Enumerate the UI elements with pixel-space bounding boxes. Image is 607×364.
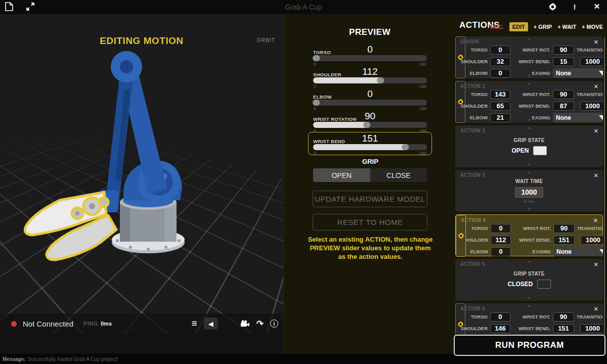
preview-sliders: TORSO 0 0 180 SHOULDER 112 0 180 ELBOW 0…	[309, 43, 431, 155]
move-down-icon[interactable]	[527, 75, 531, 77]
edit-mode-button[interactable]: EDIT	[509, 22, 528, 31]
close-icon[interactable]: ✕	[593, 127, 599, 135]
easing-dropdown[interactable]: None	[553, 113, 603, 122]
add-grip-button[interactable]: + GRIP	[534, 24, 552, 30]
torso-value[interactable]: 0	[490, 312, 510, 322]
elbow-value[interactable]: 0	[491, 247, 511, 256]
close-icon[interactable]: ✕	[593, 82, 599, 91]
slider-track[interactable]	[313, 77, 427, 83]
shoulder-value[interactable]: 32	[490, 57, 510, 66]
slider-min-label: 0	[314, 151, 316, 156]
app-window: Grab A Cup ! ✕	[0, 0, 607, 364]
elbow-value[interactable]: 0	[490, 69, 510, 78]
close-icon[interactable]: ✕	[593, 260, 599, 269]
move-up-icon[interactable]	[527, 127, 531, 129]
wait-time-value[interactable]: 1000	[515, 187, 543, 198]
shoulder-value[interactable]: 146	[490, 324, 510, 333]
wrist-rot-value[interactable]: 90	[553, 46, 574, 55]
transition-time-value[interactable]: 1000	[580, 57, 603, 66]
move-up-icon[interactable]	[527, 171, 531, 173]
close-icon[interactable]: ✕	[592, 216, 599, 225]
torso-value[interactable]: 0	[490, 46, 510, 55]
ping-value: 0ms	[101, 321, 112, 327]
easing-label: EASING	[513, 249, 551, 254]
move-up-icon[interactable]	[527, 38, 531, 40]
action-card-move[interactable]: ACTION 1 ✕ TORSO 143 WRIST ROT. 90 TRANS…	[455, 81, 603, 123]
move-up-icon[interactable]	[527, 260, 531, 262]
action-card-grip[interactable]: ACTION 5 ✕ GRIP STATE CLOSED	[455, 259, 603, 301]
add-move-button[interactable]: + MOVE	[582, 24, 603, 30]
transition-time-value[interactable]: 1000	[581, 236, 603, 245]
move-down-icon[interactable]	[527, 208, 531, 210]
viewport-3d[interactable]: EDITING MOTION ORBIT Not Connected PING …	[0, 14, 283, 334]
shoulder-value[interactable]: 112	[491, 236, 511, 245]
actions-scrollbar[interactable]	[604, 37, 605, 346]
wrist-rot-value[interactable]: 90	[553, 224, 575, 233]
close-icon[interactable]: ✕	[593, 38, 599, 47]
grip-open-button[interactable]: OPEN	[313, 168, 370, 182]
move-up-icon[interactable]	[527, 82, 531, 84]
action-card-wait[interactable]: ACTION 3 ✕ WAIT TIME 1000 In ms.	[455, 170, 603, 212]
easing-dropdown[interactable]: None	[553, 68, 603, 78]
wrist-rot-label: WRIST ROT.	[513, 314, 550, 320]
grip-close-button[interactable]: CLOSE	[370, 168, 427, 182]
record-button[interactable]: REC.	[490, 24, 503, 30]
alert-icon[interactable]: !	[570, 2, 580, 12]
menu-icon[interactable]: ≡	[192, 318, 197, 329]
grip-state-label: GRIP STATE	[513, 138, 544, 143]
action-card-grip[interactable]: ACTION 2 ✕ GRIP STATE OPEN	[455, 125, 603, 167]
redo-icon[interactable]: ↷	[256, 318, 264, 329]
wrist-rot-value[interactable]: 90	[553, 312, 574, 322]
shoulder-value[interactable]: 65	[490, 102, 510, 111]
actions-list: ORIGIN ✕ TORSO 0 WRIST ROT. 90 TRANSITIO…	[455, 36, 603, 364]
slider-thumb[interactable]	[313, 144, 409, 150]
rewind-icon[interactable]: ◀	[204, 317, 218, 330]
torso-value[interactable]: 143	[490, 90, 510, 99]
transition-time-value[interactable]: 1000	[580, 324, 603, 333]
slider-thumb[interactable]	[313, 77, 384, 83]
info-icon[interactable]: i	[270, 320, 278, 328]
slider-track[interactable]	[313, 122, 427, 128]
wrist-bend-value[interactable]: 151	[553, 324, 574, 333]
wrist-rot-value[interactable]: 90	[553, 90, 574, 99]
chevron-down-icon	[599, 71, 603, 76]
slider-thumb[interactable]	[313, 122, 370, 128]
move-down-icon[interactable]	[527, 164, 531, 166]
wrist-bend-value[interactable]: 151	[553, 236, 575, 245]
elbow-value[interactable]: 21	[490, 113, 510, 122]
close-app-icon[interactable]: ✕	[592, 2, 602, 12]
grip-state-checkbox[interactable]	[537, 280, 551, 289]
move-down-icon[interactable]	[527, 297, 531, 299]
easing-dropdown[interactable]: None	[553, 247, 603, 256]
wrist-bend-value[interactable]: 15	[553, 57, 574, 66]
camera-icon[interactable]	[240, 320, 250, 327]
close-icon[interactable]: ✕	[593, 171, 599, 180]
update-hardware-button[interactable]: UPDATE HARDWARE MODEL	[313, 191, 427, 207]
move-down-icon[interactable]	[527, 119, 531, 121]
move-up-icon[interactable]	[527, 305, 531, 307]
move-down-icon[interactable]	[527, 252, 531, 254]
preview-title: PREVIEW	[284, 27, 455, 37]
action-card-move[interactable]: ACTION 4 ✕ TORSO 0 WRIST ROT. 90 TRANSIT…	[455, 214, 603, 256]
action-card-move[interactable]: ORIGIN ✕ TORSO 0 WRIST ROT. 90 TRANSITIO…	[455, 36, 603, 78]
settings-gear-icon[interactable]	[547, 2, 557, 12]
transition-time-value[interactable]: 1000	[580, 102, 603, 111]
slider-track[interactable]	[313, 55, 427, 61]
ping-label: PING	[83, 321, 98, 327]
add-wait-button[interactable]: + WAIT	[557, 24, 576, 30]
slider-value: 112	[309, 66, 431, 77]
wrist-bend-value[interactable]: 87	[553, 102, 574, 111]
run-program-button[interactable]: RUN PROGRAM	[454, 335, 605, 356]
slider-thumb[interactable]	[313, 100, 320, 106]
slider-thumb[interactable]	[313, 55, 320, 61]
robot-arm-model[interactable]	[0, 14, 283, 334]
grip-state-value: CLOSED	[507, 281, 533, 288]
torso-value[interactable]: 0	[491, 224, 511, 233]
grip-state-checkbox[interactable]	[533, 146, 547, 155]
slider-track[interactable]	[313, 100, 427, 106]
close-icon[interactable]: ✕	[593, 305, 599, 313]
slider-track[interactable]	[313, 144, 427, 150]
transition-time-label: TRANSITION TIME	[577, 92, 603, 97]
reset-home-button[interactable]: RESET TO HOME	[313, 214, 427, 231]
move-up-icon[interactable]	[527, 216, 531, 218]
